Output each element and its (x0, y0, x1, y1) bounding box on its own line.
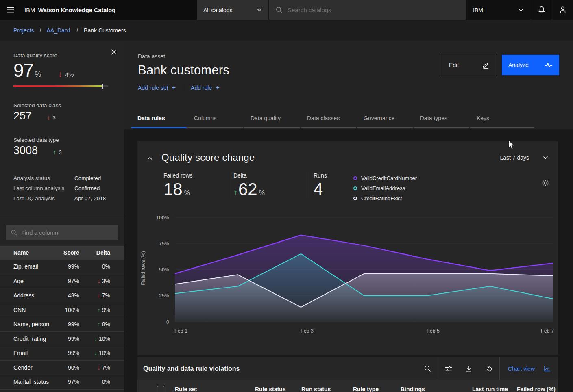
table-row[interactable]: Name, person 99% ↑8% (0, 317, 124, 332)
stat-delta: Delta ↑ 62 % (230, 172, 306, 198)
delta-value: 0% (102, 263, 110, 270)
edit-button-label: Edit (449, 62, 459, 68)
arrow-down-icon: ↓ (47, 114, 50, 121)
row-delta: 0% (79, 379, 110, 385)
column-search (6, 225, 118, 240)
main-content: Data asset Bank customers Add rule set +… (124, 41, 573, 392)
detail-value: Apr 07, 2018 (74, 195, 106, 201)
detail-value: Completed (74, 175, 101, 181)
notifications-button[interactable] (531, 0, 552, 20)
sidebar-close-button[interactable] (109, 48, 118, 56)
account-dropdown[interactable]: IBM (466, 0, 531, 20)
tab-data-rules[interactable]: Data rules (131, 112, 187, 128)
global-search (269, 0, 466, 20)
tab-data-classes[interactable]: Data classes (301, 112, 356, 128)
filter-settings-button[interactable] (438, 357, 459, 380)
delta-value: 9% (102, 307, 110, 313)
time-range-dropdown[interactable]: Last 7 days (500, 154, 548, 161)
table-search-button[interactable] (418, 357, 438, 380)
breadcrumb-project-link[interactable]: AA_Dan1 (46, 27, 71, 34)
collapse-card-button[interactable] (147, 157, 153, 160)
analyze-button-label: Analyze (508, 62, 529, 68)
table-row[interactable]: Address 43% ↓7% (0, 288, 124, 303)
chevron-up-icon (147, 157, 153, 160)
row-name: Credit_rating (13, 336, 53, 342)
metric-label: Selected data type (13, 137, 111, 143)
metric-value: 257 (13, 110, 32, 121)
table-row[interactable]: Gender 90% ↓7% (0, 361, 124, 375)
row-name: CNN (13, 307, 53, 313)
delta-value: 0% (102, 379, 110, 385)
legend-item[interactable]: ValidCreditCardNumber (353, 173, 417, 183)
tab-governance[interactable]: Governance (357, 112, 413, 128)
chevron-down-icon (257, 9, 262, 11)
tab-data-quality[interactable]: Data quality (244, 112, 300, 128)
table-header-row: Name Score Delta (0, 246, 124, 260)
user-avatar-button[interactable] (552, 0, 573, 20)
delta-value: 8% (102, 321, 110, 327)
analyze-button[interactable]: Analyze (502, 55, 559, 75)
legend-item[interactable]: ValidEmailAddress (353, 183, 417, 193)
search-input[interactable] (288, 6, 459, 13)
col-header-rule-set: Rule set (175, 386, 197, 392)
table-row[interactable]: CNN 100% ↑9% (0, 303, 124, 318)
row-delta: ↓3% (79, 278, 110, 284)
row-score: 99% (53, 263, 79, 270)
tab-columns[interactable]: Columns (187, 112, 243, 128)
table-row[interactable]: Credit_rating 99% ↓10% (0, 332, 124, 347)
delta-arrow-icon: ↑ (98, 321, 100, 327)
breadcrumb-bar: Projects / AA_Dan1 / Bank Customers (0, 20, 573, 41)
table-row[interactable]: Age 97% ↓3% (0, 274, 124, 289)
user-icon (559, 6, 566, 14)
legend-item[interactable]: CreditRatingExist (353, 193, 417, 204)
edit-button[interactable]: Edit (442, 55, 496, 75)
bell-icon (538, 6, 545, 14)
detail-label: Last column analysis (13, 185, 74, 191)
gauge-fill (13, 85, 102, 87)
hamburger-menu-button[interactable] (0, 0, 20, 20)
tab-keys[interactable]: Keys (470, 112, 534, 128)
table-row[interactable]: Zip, email 99% 0% (0, 260, 124, 274)
delta-arrow-icon: ↓ (98, 364, 100, 371)
account-label: IBM (473, 7, 483, 13)
svg-text:Feb 3: Feb 3 (301, 328, 314, 334)
tab-label: Data types (420, 115, 447, 121)
arrow-up-icon: ↑ (53, 148, 57, 155)
delta-arrow-icon: ↓ (98, 292, 100, 299)
breadcrumb-projects-link[interactable]: Projects (13, 27, 34, 34)
chart-settings-button[interactable] (542, 180, 549, 186)
row-delta: ↑8% (79, 321, 110, 327)
find-column-input[interactable] (21, 230, 113, 236)
violations-toolbar: Quality and data rule violations (137, 357, 558, 380)
stat-label: Runs (314, 172, 336, 179)
download-button[interactable] (459, 357, 479, 380)
svg-text:75%: 75% (159, 241, 169, 247)
row-delta: ↓10% (79, 336, 110, 342)
table-row[interactable]: Email 99% ↓10% (0, 346, 124, 361)
add-rule-set-link[interactable]: Add rule set + (138, 84, 176, 91)
add-rule-set-label: Add rule set (138, 84, 168, 91)
row-name: Email (13, 350, 53, 356)
row-score: 90% (53, 364, 79, 371)
hamburger-icon (6, 7, 14, 13)
metric-data-type: Selected data type 3008 ↑ 3 (13, 137, 111, 156)
chart-view-toggle[interactable]: Chart view (500, 357, 558, 380)
table-row[interactable]: Marital_status 97% 0% (0, 375, 124, 390)
row-delta: ↑9% (79, 307, 110, 313)
stat-value: 18 (163, 180, 183, 198)
catalog-dropdown[interactable]: All catalogs (197, 0, 269, 20)
tab-data-types[interactable]: Data types (414, 112, 469, 128)
app-brand: IBM Watson Knowledge Catalog (20, 0, 197, 20)
link-divider (183, 84, 183, 91)
legend-label: ValidCreditCardNumber (361, 175, 417, 181)
table-row[interactable]: Address1 99% 0% (0, 390, 124, 392)
reset-refresh-button[interactable] (479, 357, 499, 380)
col-header-rule-type: Rule type (353, 386, 379, 392)
add-rule-link[interactable]: Add rule + (191, 84, 220, 91)
add-rule-label: Add rule (191, 84, 212, 91)
search-icon (11, 230, 17, 236)
metric-delta: 3 (53, 115, 56, 121)
select-all-checkbox[interactable] (157, 386, 164, 392)
metric-delta: 3 (59, 149, 62, 155)
asset-header: Data asset Bank customers Add rule set +… (124, 41, 573, 129)
